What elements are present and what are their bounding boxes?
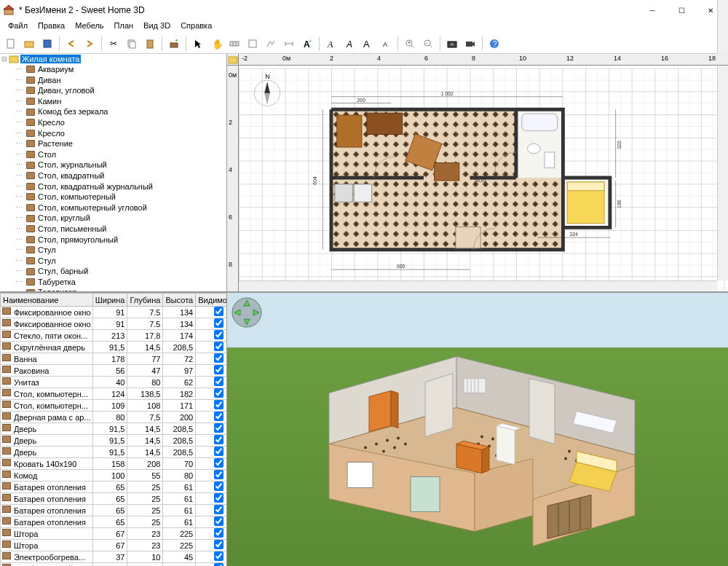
catalog-root[interactable]: ⊟ Жилая комната [0, 54, 226, 64]
catalog-item[interactable]: ⋯Камин [0, 96, 226, 107]
visibility-checkbox[interactable] [214, 458, 223, 468]
copy-button[interactable] [124, 36, 140, 52]
table-row[interactable]: Дверь91,514,5208,5 [1, 423, 227, 435]
visibility-checkbox[interactable] [214, 377, 223, 386]
polyline-tool[interactable] [263, 36, 279, 52]
catalog-item[interactable]: ⋯Комод без зеркала [0, 106, 226, 117]
table-row[interactable]: Штора6723225 [1, 540, 227, 551]
visibility-checkbox[interactable] [214, 528, 223, 538]
dimension-tool[interactable] [281, 36, 297, 52]
visibility-checkbox[interactable] [214, 330, 223, 339]
visibility-checkbox[interactable] [214, 388, 223, 398]
catalog-item[interactable]: ⋯Кресло [0, 117, 226, 128]
catalog-item[interactable]: ⋯Стол [0, 149, 226, 160]
text-italic-tool[interactable]: A [341, 36, 357, 52]
catalog-item[interactable]: ⋯Аквариум [0, 64, 226, 75]
menu-plan[interactable]: План [109, 20, 139, 34]
table-row[interactable]: Батарея отопления652561 [1, 493, 227, 505]
catalog-item[interactable]: ⋯Стол, компьютерный [0, 192, 226, 203]
wall-tool[interactable] [226, 36, 242, 52]
table-row[interactable]: Скруглённая дверь91,514,5208,5 [1, 342, 227, 353]
table-row[interactable]: Кровать 140x19015820870 [1, 458, 227, 470]
table-row[interactable]: Штора6723225 [1, 528, 227, 540]
visibility-checkbox[interactable] [214, 307, 223, 316]
cut-button[interactable]: ✂ [106, 36, 122, 52]
visibility-checkbox[interactable] [214, 412, 223, 421]
catalog-item[interactable]: ⋯Кресло [0, 128, 226, 139]
catalog-item[interactable]: ⋯Диван [0, 75, 226, 86]
nav-3d-control[interactable] [232, 297, 262, 328]
help-button[interactable]: ? [486, 36, 502, 52]
table-row[interactable]: Батарея отопления652561 [1, 505, 227, 516]
catalog-item[interactable]: ⋯Стол, квадратный журнальный [0, 181, 226, 192]
visibility-checkbox[interactable] [214, 493, 223, 503]
visibility-checkbox[interactable] [214, 353, 223, 363]
open-button[interactable] [21, 36, 37, 52]
menu-furniture[interactable]: Мебель [70, 20, 108, 34]
table-row[interactable]: Электрообогрева...371045 [1, 551, 227, 563]
catalog-item[interactable]: ⋯Стол, круглый [0, 213, 226, 224]
table-row[interactable]: Фиксированное окно917.5134 [1, 318, 227, 330]
catalog-item[interactable]: ⋯Стул, барный [0, 266, 226, 277]
visibility-checkbox[interactable] [214, 516, 223, 526]
table-row[interactable]: Шкаф платяной10054165 [1, 563, 227, 567]
visibility-checkbox[interactable] [214, 423, 223, 433]
table-row[interactable]: Комод1005580 [1, 470, 227, 482]
text-tool[interactable]: A+ [299, 36, 315, 52]
view-3d[interactable] [227, 293, 728, 566]
visibility-checkbox[interactable] [214, 435, 223, 444]
catalog-item[interactable]: ⋯Табуретка [0, 277, 226, 288]
col-height[interactable]: Высота [163, 294, 196, 307]
paste-button[interactable] [142, 36, 158, 52]
col-width[interactable]: Ширина [92, 294, 127, 307]
plan-scrollbar-h[interactable] [239, 280, 717, 291]
table-row[interactable]: Дверь91,514,5208,5 [1, 447, 227, 458]
catalog-item[interactable]: ⋯Стул [0, 245, 226, 256]
menu-3d[interactable]: Вид 3D [138, 20, 175, 34]
table-row[interactable]: Стекло, пяти окон...21317.8174 [1, 330, 227, 342]
table-row[interactable]: Ванна1787772 [1, 353, 227, 365]
table-row[interactable]: Раковина564797 [1, 365, 227, 377]
table-row[interactable]: Батарея отопления652561 [1, 482, 227, 493]
catalog-item[interactable]: ⋯Стол, прямоугольный [0, 235, 226, 245]
save-button[interactable] [39, 36, 55, 52]
text-increase-tool[interactable]: A [360, 36, 376, 52]
col-visible[interactable]: Видимость [196, 294, 226, 307]
visibility-checkbox[interactable] [214, 551, 223, 561]
plan-2d-view[interactable]: -2 0м 2 4 6 8 10 12 14 16 18 0м 2 4 6 8 [227, 54, 728, 293]
visibility-checkbox[interactable] [214, 505, 223, 514]
visibility-checkbox[interactable] [214, 342, 223, 351]
visibility-checkbox[interactable] [214, 400, 223, 409]
furniture-table[interactable]: Наименование Ширина Глубина Высота Видим… [0, 293, 226, 566]
catalog-item[interactable]: ⋯Стол, компьютерный угловой [0, 203, 226, 213]
visibility-checkbox[interactable] [214, 447, 223, 456]
catalog-item[interactable]: ⋯Стол, квадратный [0, 170, 226, 181]
room-tool[interactable] [245, 36, 261, 52]
undo-button[interactable] [63, 36, 79, 52]
select-tool[interactable] [190, 36, 206, 52]
table-row[interactable]: Стол, компьютерн...124138,5182 [1, 388, 227, 400]
visibility-checkbox[interactable] [214, 365, 223, 374]
table-row[interactable]: Стол, компьютерн...109108171 [1, 400, 227, 412]
catalog-item[interactable]: ⋯Диван, угловой [0, 85, 226, 96]
col-depth[interactable]: Глубина [127, 294, 163, 307]
table-row[interactable]: Батарея отопления652561 [1, 516, 227, 528]
catalog-item[interactable]: ⋯Стул [0, 256, 226, 267]
menu-file[interactable]: Файл [3, 20, 33, 34]
furniture-catalog[interactable]: ⊟ Жилая комната ⋯Аквариум⋯Диван⋯Диван, у… [0, 54, 226, 293]
visibility-checkbox[interactable] [214, 318, 223, 328]
new-button[interactable] [3, 36, 19, 52]
maximize-button[interactable]: ☐ [667, 0, 696, 20]
table-row[interactable]: Унитаз408062 [1, 377, 227, 388]
minimize-button[interactable]: ─ [638, 0, 667, 20]
visibility-checkbox[interactable] [214, 563, 223, 566]
plan-scrollbar-v[interactable] [717, 66, 728, 280]
menu-help[interactable]: Справка [175, 20, 217, 34]
col-name[interactable]: Наименование [1, 294, 93, 307]
catalog-item[interactable]: ⋯Стол, журнальный [0, 160, 226, 170]
floor-plan-svg[interactable]: N [239, 66, 728, 293]
visibility-checkbox[interactable] [214, 540, 223, 549]
table-row[interactable]: Дверная рама с ар...807,5200 [1, 412, 227, 423]
catalog-item[interactable]: ⋯Растение [0, 138, 226, 149]
visibility-checkbox[interactable] [214, 470, 223, 479]
